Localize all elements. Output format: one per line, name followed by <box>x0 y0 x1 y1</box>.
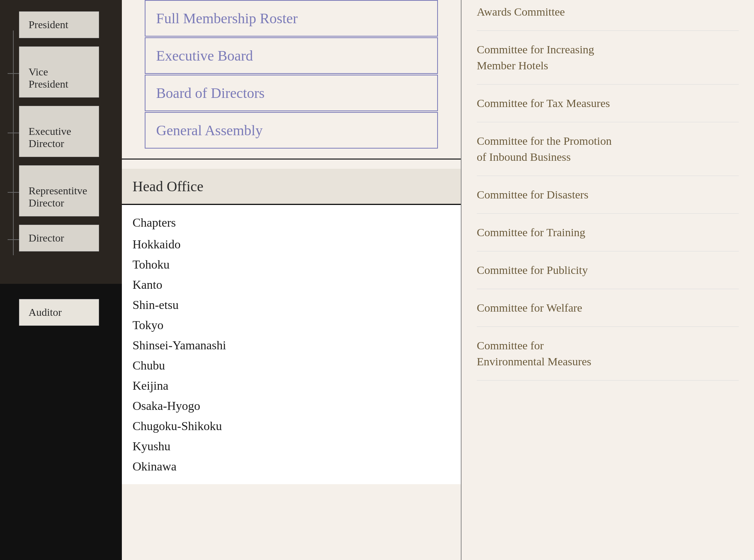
chapter-okinawa[interactable]: Okinawa <box>133 456 450 477</box>
board-of-directors-button[interactable]: Board of Directors <box>145 75 438 111</box>
chapter-keijina[interactable]: Keijina <box>133 376 450 396</box>
committee-promotion-inbound[interactable]: Committee for the Promotion of Inbound B… <box>477 122 739 176</box>
auditor-box[interactable]: Auditor <box>19 299 99 326</box>
full-membership-roster-button[interactable]: Full Membership Roster <box>145 0 438 37</box>
main-container: President Vice President Executive Direc… <box>0 0 754 560</box>
middle-col: Full Membership Roster Executive Board B… <box>122 0 461 560</box>
committee-welfare[interactable]: Committee for Welfare <box>477 289 739 327</box>
committee-increasing-member-hotels[interactable]: Committee for Increasing Member Hotels <box>477 31 739 85</box>
org-panel: President Vice President Executive Direc… <box>0 0 122 560</box>
auditor-section: Auditor <box>0 284 122 560</box>
chapter-kanto[interactable]: Kanto <box>133 275 450 295</box>
chapter-shin-etsu[interactable]: Shin-etsu <box>133 295 450 315</box>
general-assembly-button[interactable]: General Assembly <box>145 112 438 149</box>
chapter-shinsei-yamanashi[interactable]: Shinsei-Yamanashi <box>133 335 450 355</box>
committee-publicity[interactable]: Committee for Publicity <box>477 251 739 289</box>
committee-awards[interactable]: Awards Committee <box>477 0 739 31</box>
auditor-row: Auditor <box>8 299 114 329</box>
exec-dir-row: Executive Director <box>8 106 114 160</box>
committees-col: Awards Committee Committee for Increasin… <box>462 0 754 560</box>
nav-section: Full Membership Roster Executive Board B… <box>122 0 461 149</box>
rep-dir-box[interactable]: Representitve Director <box>19 165 99 216</box>
committee-tax-measures[interactable]: Committee for Tax Measures <box>477 85 739 122</box>
chapter-osaka-hyogo[interactable]: Osaka-Hyogo <box>133 396 450 416</box>
committee-environmental-measures[interactable]: Committee for Environmental Measures <box>477 327 739 381</box>
director-row: Director <box>8 225 114 254</box>
committee-disasters[interactable]: Committee for Disasters <box>477 176 739 214</box>
chapter-hokkaido[interactable]: Hokkaido <box>133 234 450 254</box>
chapter-kyushu[interactable]: Kyushu <box>133 436 450 456</box>
committee-training[interactable]: Committee for Training <box>477 214 739 251</box>
vertical-connector-line <box>13 30 14 255</box>
president-row: President <box>8 11 114 41</box>
chapter-tokyo[interactable]: Tokyo <box>133 315 450 335</box>
chapter-chubu[interactable]: Chubu <box>133 355 450 376</box>
chapters-header: Chapters <box>133 213 450 233</box>
org-inner: President Vice President Executive Direc… <box>0 0 122 284</box>
chapters-list: Chapters Hokkaido Tohoku Kanto Shin-etsu… <box>122 205 461 484</box>
chapter-chugoku-shikoku[interactable]: Chugoku-Shikoku <box>133 416 450 436</box>
vp-box[interactable]: Vice President <box>19 46 99 98</box>
president-box[interactable]: President <box>19 11 99 38</box>
nav-separator <box>122 158 461 160</box>
executive-board-button[interactable]: Executive Board <box>145 37 438 74</box>
exec-dir-box[interactable]: Executive Director <box>19 106 99 157</box>
director-box[interactable]: Director <box>19 225 99 251</box>
head-office-box[interactable]: Head Office <box>122 169 461 205</box>
rep-dir-row: Representitve Director <box>8 165 114 219</box>
vp-row: Vice President <box>8 46 114 101</box>
chapter-tohoku[interactable]: Tohoku <box>133 254 450 275</box>
